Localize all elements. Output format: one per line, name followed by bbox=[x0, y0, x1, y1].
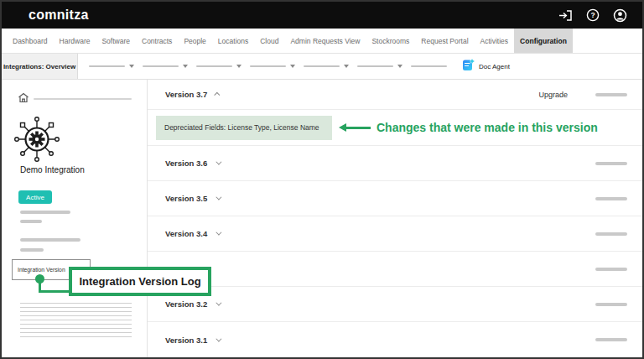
account-icon[interactable] bbox=[613, 8, 627, 23]
nav-item[interactable]: Admin Requests View bbox=[284, 29, 366, 53]
chevron-down-icon[interactable] bbox=[216, 195, 222, 200]
version-label: Version 3.7 bbox=[165, 90, 207, 99]
filter-dropdown[interactable] bbox=[250, 65, 295, 68]
version-row[interactable]: Version 3.2 bbox=[148, 287, 642, 322]
version-label: Version 3.1 bbox=[165, 336, 207, 345]
filter-dropdown[interactable] bbox=[143, 65, 188, 68]
version-row[interactable]: Version 3.4 bbox=[148, 216, 642, 252]
version-row[interactable]: Version 3.1 bbox=[148, 322, 642, 357]
nav-item[interactable]: Software bbox=[96, 29, 136, 53]
nav-item[interactable]: Configuration bbox=[514, 29, 573, 53]
filter-dropdown[interactable] bbox=[89, 65, 134, 68]
placeholder-bar bbox=[304, 65, 340, 68]
placeholder-bar bbox=[20, 211, 70, 214]
svg-text:?: ? bbox=[590, 11, 595, 19]
placeholder-bar bbox=[595, 162, 627, 165]
placeholder-bar bbox=[357, 65, 393, 68]
integrations-toolbar: Integrations: Overview bbox=[2, 54, 642, 80]
chevron-up-icon[interactable] bbox=[214, 92, 220, 98]
sidebar-home-row bbox=[18, 91, 132, 107]
callout-connector bbox=[39, 290, 72, 293]
integration-version-label: Integration Version bbox=[18, 267, 65, 273]
version-row[interactable]: Version 3.5 bbox=[148, 181, 642, 216]
doc-agent-button[interactable]: Doc Agent bbox=[462, 59, 510, 75]
nav-item[interactable]: Activities bbox=[475, 29, 515, 53]
logo: comnitza bbox=[29, 8, 89, 23]
placeholder-bar bbox=[595, 338, 627, 341]
upgrade-link[interactable]: Upgrade bbox=[538, 91, 568, 99]
version-label: Version 3.5 bbox=[165, 194, 207, 203]
chevron-down-icon bbox=[397, 65, 402, 68]
version-label: Version 3.4 bbox=[165, 229, 207, 238]
version-row[interactable]: Version 3.6 bbox=[148, 146, 642, 181]
chevron-down-icon bbox=[290, 65, 295, 68]
chevron-down-icon bbox=[236, 65, 242, 68]
chevron-down-icon[interactable] bbox=[216, 230, 222, 236]
version-log-panel: Version 3.7 Upgrade Depreciated Fields: … bbox=[148, 80, 642, 357]
nav-item[interactable]: Request Portal bbox=[415, 29, 474, 53]
filter-dropdown[interactable] bbox=[411, 65, 447, 68]
nav-item[interactable]: Stockrooms bbox=[366, 29, 415, 53]
logout-icon[interactable] bbox=[558, 9, 573, 22]
nav-item[interactable]: Contracts bbox=[136, 29, 178, 53]
placeholder-bar bbox=[250, 65, 286, 68]
placeholder-bar bbox=[20, 220, 42, 223]
placeholder-bar bbox=[411, 65, 447, 68]
status-badge: Active bbox=[18, 190, 52, 204]
changes-annotation: Changes that were made in this version bbox=[377, 121, 598, 134]
placeholder-bar bbox=[34, 98, 132, 100]
nav-item[interactable]: Dashboard bbox=[7, 29, 54, 53]
version-label: Version 3.2 bbox=[165, 299, 207, 309]
chevron-down-icon[interactable] bbox=[216, 159, 222, 165]
chevron-down-icon[interactable] bbox=[216, 300, 222, 306]
home-icon[interactable] bbox=[18, 91, 29, 107]
filter-dropdown[interactable] bbox=[357, 65, 402, 68]
nav-item[interactable]: Hardware bbox=[54, 29, 96, 53]
placeholder-bar bbox=[595, 197, 627, 200]
version-log-callout: Integration Version Log bbox=[69, 267, 211, 296]
main-nav: Dashboard Hardware Software Contracts Pe… bbox=[2, 29, 642, 54]
tab-integrations-overview[interactable]: Integrations: Overview bbox=[2, 54, 78, 79]
filter-bar bbox=[89, 65, 455, 68]
top-header-bar: comnitza ? bbox=[2, 2, 642, 29]
version-row[interactable] bbox=[148, 252, 642, 287]
document-plus-icon bbox=[462, 59, 475, 75]
chevron-down-icon bbox=[183, 65, 188, 68]
chevron-down-icon bbox=[344, 65, 349, 68]
filter-dropdown[interactable] bbox=[304, 65, 349, 68]
version-row-expanded[interactable]: Version 3.7 Upgrade bbox=[148, 80, 642, 110]
chevron-down-icon[interactable] bbox=[216, 336, 222, 341]
chevron-down-icon bbox=[129, 65, 134, 68]
filter-dropdown[interactable] bbox=[196, 65, 242, 68]
nav-item[interactable]: People bbox=[178, 29, 211, 53]
nav-item[interactable]: Cloud bbox=[254, 29, 284, 53]
version-detail-row: Depreciated Fields: License Type, Licens… bbox=[148, 110, 642, 146]
nav-item[interactable]: Locations bbox=[212, 29, 254, 53]
doc-agent-label: Doc Agent bbox=[479, 63, 510, 70]
placeholder-bar bbox=[595, 268, 627, 271]
help-icon[interactable]: ? bbox=[586, 8, 600, 22]
deprecated-fields-highlight: Depreciated Fields: License Type, Licens… bbox=[156, 116, 332, 140]
placeholder-bar bbox=[595, 232, 627, 236]
version-label: Version 3.6 bbox=[165, 159, 207, 168]
integration-hub-icon bbox=[12, 114, 62, 168]
placeholder-text-block bbox=[20, 303, 132, 341]
placeholder-bar bbox=[595, 93, 627, 96]
placeholder-bar bbox=[595, 303, 627, 306]
integration-name: Demo Integration bbox=[20, 165, 85, 174]
placeholder-bar bbox=[20, 238, 80, 242]
placeholder-bar bbox=[143, 65, 179, 68]
left-arrow-icon bbox=[339, 123, 371, 132]
placeholder-bar bbox=[89, 65, 125, 68]
placeholder-bar bbox=[196, 65, 232, 68]
app-window: comnitza ? bbox=[0, 0, 644, 359]
placeholder-bar bbox=[20, 248, 44, 252]
